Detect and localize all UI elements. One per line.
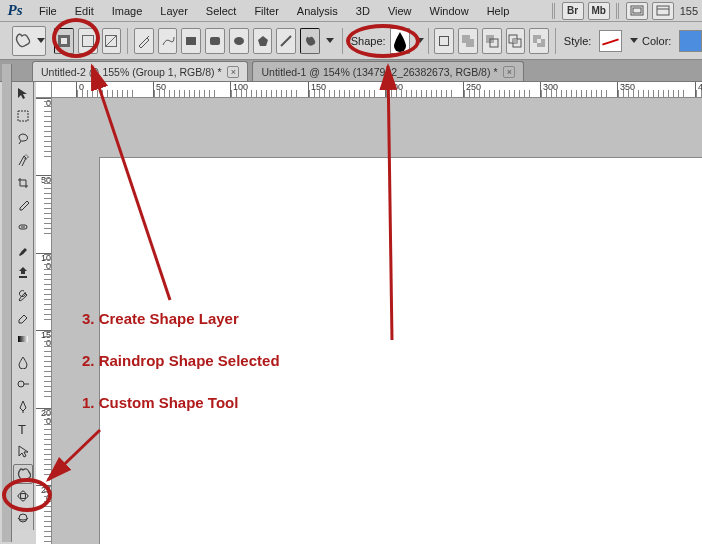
stamp-tool[interactable] <box>13 262 33 282</box>
svg-rect-27 <box>19 225 27 229</box>
rounded-rect-shape-button[interactable] <box>205 28 225 54</box>
menu-image[interactable]: Image <box>103 0 152 22</box>
blur-tool[interactable] <box>13 352 33 372</box>
polygon-shape-button[interactable] <box>253 28 273 54</box>
ruler-tick: 50 <box>156 82 166 92</box>
custom-shape-icon <box>13 31 33 51</box>
combine-intersect-button[interactable] <box>506 28 526 54</box>
3d-orbit-tool[interactable] <box>13 508 33 528</box>
svg-line-13 <box>281 36 291 46</box>
line-shape-button[interactable] <box>276 28 296 54</box>
ruler-tick: 50 <box>41 175 51 185</box>
menu-filter[interactable]: Filter <box>245 0 287 22</box>
document-canvas[interactable] <box>100 158 702 544</box>
menu-help[interactable]: Help <box>478 0 519 22</box>
rectangle-shape-button[interactable] <box>181 28 201 54</box>
options-divider <box>555 28 556 54</box>
document-tab-active[interactable]: Untitled-2 @ 155% (Group 1, RGB/8) * × <box>32 61 248 81</box>
dodge-tool[interactable] <box>13 374 33 394</box>
menu-window[interactable]: Window <box>421 0 478 22</box>
document-tab-title: Untitled-1 @ 154% (1347992_26382673, RGB… <box>261 62 497 82</box>
menu-view[interactable]: View <box>379 0 421 22</box>
tool-preset-picker[interactable] <box>12 26 46 56</box>
app-logo-icon: Ps <box>0 0 30 22</box>
mode-paths-button[interactable] <box>78 28 98 54</box>
ellipse-shape-button[interactable] <box>229 28 249 54</box>
menu-select[interactable]: Select <box>197 0 246 22</box>
ruler-tick: 250 <box>41 485 51 503</box>
svg-point-30 <box>18 381 24 387</box>
svg-rect-5 <box>61 38 67 44</box>
history-brush-tool[interactable] <box>13 285 33 305</box>
svg-rect-29 <box>18 336 28 342</box>
ruler-origin[interactable] <box>36 82 52 98</box>
view-extras-icon[interactable] <box>626 2 648 20</box>
combine-add-button[interactable] <box>458 28 478 54</box>
crop-tool[interactable] <box>13 173 33 193</box>
svg-line-8 <box>105 35 117 47</box>
menu-layer[interactable]: Layer <box>151 0 197 22</box>
close-icon[interactable]: × <box>503 66 515 78</box>
quick-select-tool[interactable] <box>13 150 33 170</box>
combine-subtract-button[interactable] <box>482 28 502 54</box>
menu-file[interactable]: File <box>30 0 66 22</box>
menu-3d[interactable]: 3D <box>347 0 379 22</box>
brush-tool[interactable] <box>13 240 33 260</box>
eyedropper-tool[interactable] <box>13 195 33 215</box>
svg-point-34 <box>20 491 25 501</box>
menu-bar: Ps File Edit Image Layer Select Filter A… <box>0 0 702 22</box>
minibridge-badge[interactable]: Mb <box>588 2 610 20</box>
combine-new-button[interactable] <box>434 28 454 54</box>
options-bar: Shape: Style: Color: <box>0 22 702 60</box>
document-tabs-bar: Untitled-2 @ 155% (Group 1, RGB/8) * × U… <box>0 60 702 82</box>
chevron-down-icon[interactable] <box>416 38 424 43</box>
ruler-horizontal[interactable]: 0 50 100 150 200 250 300 350 400 <box>52 82 702 98</box>
layer-style-picker[interactable] <box>599 30 622 52</box>
lasso-tool[interactable] <box>13 128 33 148</box>
shape-preset-thumb[interactable] <box>390 28 410 54</box>
mode-shape-layers-button[interactable] <box>54 28 74 54</box>
3d-rotate-tool[interactable] <box>13 486 33 506</box>
ruler-tick: 0 <box>79 82 84 92</box>
svg-point-26 <box>24 155 28 159</box>
freeform-pen-button[interactable] <box>158 28 178 54</box>
style-label: Style: <box>564 35 592 47</box>
custom-shape-tool[interactable] <box>13 464 33 484</box>
svg-rect-10 <box>210 37 220 45</box>
raindrop-icon <box>391 30 409 52</box>
bridge-badge[interactable]: Br <box>562 2 584 20</box>
gradient-tool[interactable] <box>13 329 33 349</box>
chevron-down-icon[interactable] <box>630 38 638 43</box>
mode-fill-pixels-button[interactable] <box>102 28 122 54</box>
ruler-tick: 300 <box>543 82 558 92</box>
svg-rect-25 <box>18 111 28 121</box>
eraser-tool[interactable] <box>13 307 33 327</box>
document-tab[interactable]: Untitled-1 @ 154% (1347992_26382673, RGB… <box>252 61 524 81</box>
ruler-tick: 350 <box>620 82 635 92</box>
svg-rect-14 <box>440 36 449 45</box>
ruler-vertical[interactable]: 0 50 100 150 200 250 300 <box>36 98 52 544</box>
zoom-readout: 155 <box>676 5 702 17</box>
menu-edit[interactable]: Edit <box>66 0 103 22</box>
menu-analysis[interactable]: Analysis <box>288 0 347 22</box>
healing-tool[interactable] <box>13 217 33 237</box>
menu-divider <box>552 3 556 19</box>
options-divider <box>428 28 429 54</box>
move-tool[interactable] <box>13 83 33 103</box>
close-icon[interactable]: × <box>227 66 239 78</box>
path-select-tool[interactable] <box>13 441 33 461</box>
custom-shape-button[interactable] <box>300 28 320 54</box>
type-tool[interactable]: T <box>13 419 33 439</box>
color-picker[interactable] <box>679 30 702 52</box>
ruler-tick: 400 <box>698 82 702 92</box>
pen-tool-button[interactable] <box>134 28 154 54</box>
svg-marker-12 <box>258 36 268 46</box>
canvas-area[interactable] <box>52 98 702 544</box>
chevron-down-icon[interactable] <box>326 38 334 43</box>
combine-exclude-button[interactable] <box>529 28 549 54</box>
chevron-down-icon <box>37 38 45 43</box>
marquee-tool[interactable] <box>13 106 33 126</box>
pen-tool[interactable] <box>13 396 33 416</box>
screen-mode-icon[interactable] <box>652 2 674 20</box>
left-dock-strip[interactable] <box>2 64 12 542</box>
